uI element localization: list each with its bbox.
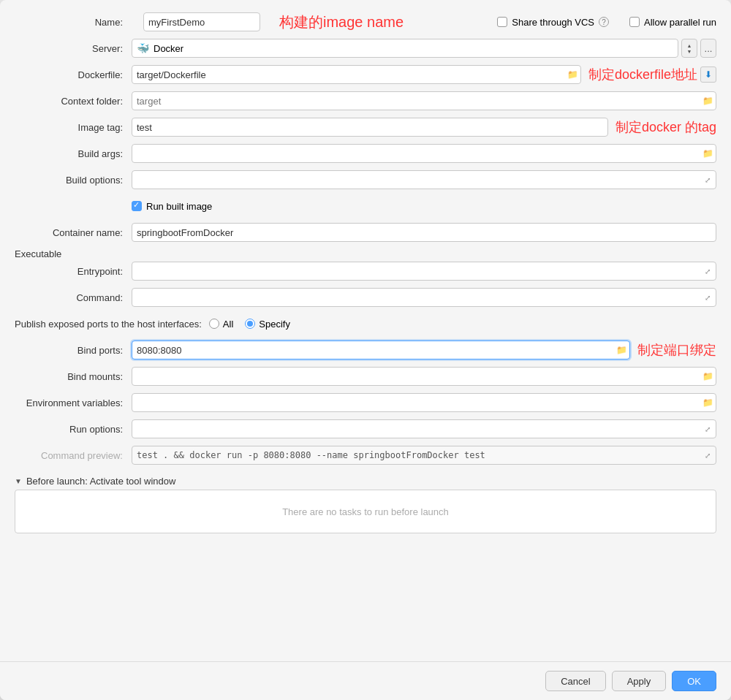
command-preview-text: test . && docker run -p 8080:8080 --name… xyxy=(132,446,716,465)
entrypoint-row: Entrypoint: ⤢ xyxy=(15,261,716,281)
bind-ports-label: Bind ports: xyxy=(15,345,132,356)
cancel-button[interactable]: Cancel xyxy=(545,671,605,691)
bind-ports-annotation: 制定端口绑定 xyxy=(637,341,716,359)
build-args-label: Build args: xyxy=(15,148,132,159)
radio-specify-label[interactable]: Specify xyxy=(245,319,290,330)
parallel-checkbox[interactable] xyxy=(629,17,640,27)
command-field: ⤢ xyxy=(132,288,716,307)
run-debug-dialog: Name: 构建的image name Share through VCS ? … xyxy=(0,0,731,700)
radio-all[interactable] xyxy=(209,319,219,329)
context-folder-field: 📁 xyxy=(132,91,716,110)
bind-mounts-field: 📁 xyxy=(132,367,716,386)
bind-mounts-folder-icon[interactable]: 📁 xyxy=(702,371,713,381)
run-built-image-row: Run built image xyxy=(15,196,716,216)
build-options-input[interactable] xyxy=(132,170,716,189)
publish-ports-label: Publish exposed ports to the host interf… xyxy=(15,319,209,330)
bind-ports-field: 📁 xyxy=(132,341,630,359)
form-content: Name: 构建的image name Share through VCS ? … xyxy=(0,0,731,661)
entrypoint-input[interactable] xyxy=(132,262,716,281)
dockerfile-browse-icon: ⬇ xyxy=(705,69,712,80)
server-value: Docker xyxy=(154,43,183,54)
build-options-expand-icon[interactable]: ⤢ xyxy=(702,174,713,186)
radio-all-text: All xyxy=(223,319,233,330)
before-launch-label: Before launch: Activate tool window xyxy=(26,476,176,487)
image-tag-annotation: 制定docker 的tag xyxy=(616,118,716,136)
run-options-row: Run options: ⤢ xyxy=(15,419,716,439)
env-vars-input[interactable] xyxy=(132,393,716,412)
name-row: Name: 构建的image name Share through VCS ? … xyxy=(15,12,716,32)
command-row: Command: ⤢ xyxy=(15,287,716,308)
spin-down-arrow: ▼ xyxy=(687,49,692,54)
entrypoint-expand-icon[interactable]: ⤢ xyxy=(702,265,713,277)
run-options-expand-icon[interactable]: ⤢ xyxy=(702,423,713,435)
run-options-field: ⤢ xyxy=(132,419,716,438)
dockerfile-row: Dockerfile: 📁 制定dockerfile地址 ⬇ xyxy=(15,64,716,85)
dockerfile-browse-btn[interactable]: ⬇ xyxy=(700,66,716,83)
dockerfile-folder-icon[interactable]: 📁 xyxy=(567,69,578,80)
build-args-input[interactable] xyxy=(132,144,716,163)
run-built-image-checkbox[interactable] xyxy=(132,201,142,211)
command-preview-expand-icon[interactable]: ⤢ xyxy=(702,449,713,461)
command-input[interactable] xyxy=(132,288,716,307)
build-options-label: Build options: xyxy=(15,175,132,186)
entrypoint-label: Entrypoint: xyxy=(15,266,132,277)
bind-mounts-label: Bind mounts: xyxy=(15,371,132,382)
env-vars-row: Environment variables: 📁 xyxy=(15,392,716,413)
build-options-field: ⤢ xyxy=(132,170,716,189)
context-folder-input[interactable] xyxy=(132,91,716,110)
run-built-image-label[interactable]: Run built image xyxy=(132,201,212,212)
ok-button[interactable]: OK xyxy=(672,671,716,691)
bind-ports-folder-icon[interactable]: 📁 xyxy=(616,345,627,355)
apply-button[interactable]: Apply xyxy=(612,671,667,691)
container-name-input[interactable] xyxy=(132,223,716,242)
before-launch-header[interactable]: ▼ Before launch: Activate tool window xyxy=(15,473,716,490)
radio-specify[interactable] xyxy=(245,319,255,329)
command-expand-icon[interactable]: ⤢ xyxy=(702,292,713,303)
name-annotation: 构建的image name xyxy=(279,12,404,32)
parallel-label: Allow parallel run xyxy=(644,17,716,28)
name-input[interactable] xyxy=(143,12,260,31)
dialog-footer: Cancel Apply OK xyxy=(0,661,731,700)
vcs-label: Share through VCS xyxy=(512,17,594,28)
run-built-image-text: Run built image xyxy=(146,201,212,212)
container-name-label: Container name: xyxy=(15,227,132,238)
context-folder-label: Context folder: xyxy=(15,96,132,107)
build-args-folder-icon[interactable]: 📁 xyxy=(702,148,713,159)
command-label: Command: xyxy=(15,292,132,303)
context-folder-icon[interactable]: 📁 xyxy=(702,96,713,106)
bind-ports-input[interactable] xyxy=(132,341,630,359)
server-select[interactable]: 🐳 Docker xyxy=(132,39,678,58)
before-launch-content: There are no tasks to run before launch xyxy=(15,490,716,533)
dockerfile-input[interactable] xyxy=(132,65,581,84)
server-spin-btn[interactable]: ▲ ▼ xyxy=(681,39,697,58)
no-tasks-text: There are no tasks to run before launch xyxy=(282,506,449,517)
vcs-help-icon[interactable]: ? xyxy=(599,17,609,27)
dockerfile-label: Dockerfile: xyxy=(15,69,132,80)
server-more-btn[interactable]: ... xyxy=(700,39,716,58)
container-name-field xyxy=(132,223,716,242)
executable-section-label: Executable xyxy=(15,248,716,259)
vcs-group: Share through VCS ? xyxy=(497,17,609,28)
spin-up-arrow: ▲ xyxy=(687,43,692,48)
dockerfile-annotation: 制定dockerfile地址 xyxy=(588,66,697,83)
before-launch-triangle-icon: ▼ xyxy=(15,477,22,485)
container-name-row: Container name: xyxy=(15,222,716,243)
image-tag-input[interactable] xyxy=(132,118,608,137)
entrypoint-field: ⤢ xyxy=(132,262,716,281)
publish-ports-radio-group: All Specify xyxy=(209,319,290,330)
server-row: Server: 🐳 Docker ▲ ▼ ... xyxy=(15,38,716,58)
bind-mounts-input[interactable] xyxy=(132,367,716,386)
env-vars-field: 📁 xyxy=(132,393,716,412)
image-tag-field xyxy=(132,118,608,137)
command-preview-label: Command preview: xyxy=(15,450,132,461)
bind-ports-row: Bind ports: 📁 制定端口绑定 xyxy=(15,340,716,360)
vcs-checkbox[interactable] xyxy=(497,17,507,27)
env-vars-label: Environment variables: xyxy=(15,397,132,408)
command-preview-row: Command preview: test . && docker run -p… xyxy=(15,445,716,465)
server-label: Server: xyxy=(15,43,132,54)
radio-all-label[interactable]: All xyxy=(209,319,233,330)
parallel-group: Allow parallel run xyxy=(629,17,716,28)
publish-ports-row: Publish exposed ports to the host interf… xyxy=(15,313,716,334)
run-options-input[interactable] xyxy=(132,419,716,438)
env-vars-folder-icon[interactable]: 📁 xyxy=(702,397,713,408)
